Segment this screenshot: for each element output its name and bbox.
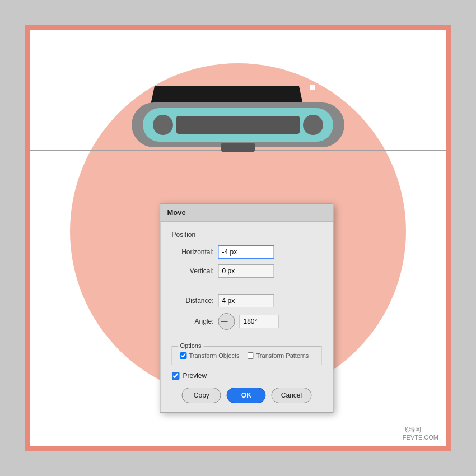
button-row: Copy OK Cancel [172, 388, 322, 403]
horizontal-input[interactable] [218, 245, 274, 259]
copy-button[interactable]: Copy [182, 388, 221, 403]
transform-objects-label: Transform Objects [189, 352, 240, 359]
angle-dial[interactable] [218, 313, 235, 330]
horizontal-label: Horizontal: [172, 248, 214, 256]
device-illustration [132, 102, 344, 147]
vertical-row: Vertical: [172, 264, 322, 278]
outer-frame: Move Position Horizontal: Vertical: Dist… [25, 25, 451, 451]
angle-input[interactable] [240, 315, 279, 328]
position-section-label: Position [172, 231, 322, 239]
transform-patterns-label: Transform Patterns [256, 352, 309, 359]
options-group: Options Transform Objects Transform Patt… [172, 346, 322, 365]
preview-row: Preview [172, 372, 322, 380]
vertical-label: Vertical: [172, 267, 214, 275]
angle-row: Angle: [172, 313, 322, 330]
device-port [221, 143, 255, 152]
watermark-line2: FEVTE.COM [403, 434, 438, 441]
device-center [176, 116, 300, 134]
device-inner [143, 108, 333, 142]
preview-label: Preview [183, 372, 207, 380]
device-button-left [153, 115, 173, 135]
transform-objects-checkbox[interactable] [180, 352, 187, 359]
dialog-body: Position Horizontal: Vertical: Distance: [161, 222, 333, 412]
transform-patterns-checkbox[interactable] [248, 352, 254, 359]
vertical-input[interactable] [218, 264, 274, 278]
divider-2 [172, 338, 322, 338]
ok-button[interactable]: OK [227, 388, 266, 403]
distance-label: Distance: [172, 297, 214, 305]
angle-dial-indicator [221, 321, 228, 322]
angle-label: Angle: [172, 318, 214, 325]
cancel-button[interactable]: Cancel [272, 388, 311, 403]
watermark-line1: 飞特网 [403, 426, 438, 434]
options-legend: Options [178, 342, 204, 349]
distance-input[interactable] [218, 294, 274, 307]
transform-objects-item[interactable]: Transform Objects [180, 352, 240, 359]
transform-patterns-item[interactable]: Transform Patterns [248, 352, 309, 359]
device-button-right [303, 115, 323, 135]
selection-handle-tr [310, 85, 315, 90]
horizontal-row: Horizontal: [172, 245, 322, 259]
checkbox-row: Transform Objects Transform Patterns [180, 352, 314, 359]
divider-1 [172, 286, 322, 286]
device-body [132, 102, 344, 147]
distance-row: Distance: [172, 294, 322, 307]
dialog-title: Move [161, 204, 333, 222]
canvas-area: Move Position Horizontal: Vertical: Dist… [30, 30, 446, 446]
watermark: 飞特网 FEVTE.COM [403, 426, 438, 441]
preview-checkbox[interactable] [172, 372, 180, 380]
move-dialog: Move Position Horizontal: Vertical: Dist… [160, 203, 334, 413]
